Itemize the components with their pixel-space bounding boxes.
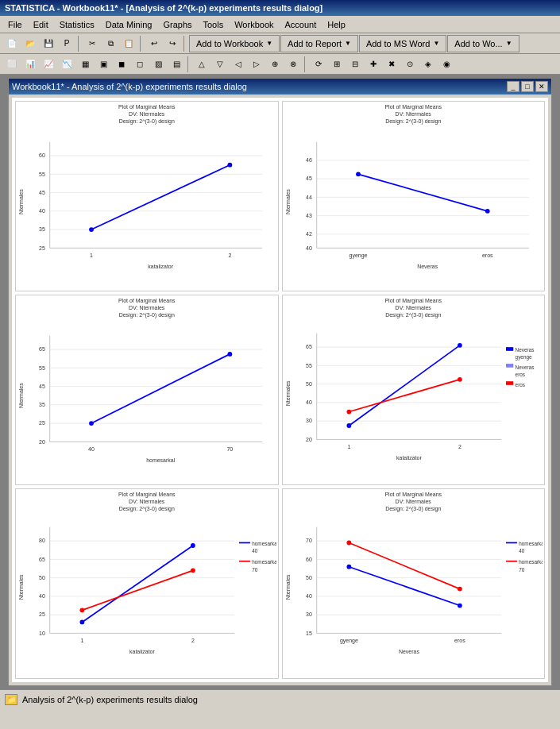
svg-text:50: 50	[306, 381, 312, 387]
add-to-report-button[interactable]: Add to Report	[280, 35, 358, 52]
svg-rect-84	[506, 381, 513, 385]
app-title: STATISTICA - Workbook11* - [Analysis of …	[5, 3, 322, 13]
svg-point-45	[89, 421, 94, 426]
menu-tools[interactable]: Tools	[199, 18, 229, 31]
add-to-wo-button[interactable]: Add to Wo...	[447, 35, 519, 52]
status-icon: 📁	[5, 694, 17, 705]
tb-icon-1[interactable]: ⬜	[3, 56, 21, 73]
svg-point-121	[457, 604, 462, 608]
menu-account[interactable]: Account	[280, 18, 322, 31]
svg-text:35: 35	[39, 227, 45, 233]
copy-button[interactable]: ⧉	[102, 35, 119, 52]
tb-icon-17[interactable]: ⟳	[310, 56, 327, 73]
tb-icon-7[interactable]: ◼	[113, 56, 130, 73]
tb-icon-18[interactable]: ⊞	[328, 56, 346, 73]
redo-button[interactable]: ↪	[164, 35, 181, 52]
cut-button[interactable]: ✂	[83, 35, 101, 52]
paste-button[interactable]: 📋	[120, 35, 137, 52]
tb-icon-16[interactable]: ⊗	[284, 56, 302, 73]
tb-icon-10[interactable]: ▤	[168, 56, 185, 73]
undo-button[interactable]: ↩	[145, 35, 163, 52]
svg-text:gyenge: gyenge	[339, 638, 357, 644]
tb-icon-6[interactable]: ▣	[95, 56, 112, 73]
svg-text:1: 1	[80, 638, 83, 643]
open-button[interactable]: 📂	[21, 35, 39, 52]
tb-icon-15[interactable]: ⊕	[266, 56, 284, 73]
chart-title-5: Plot of Marginal Means DV: Ntermales Des…	[17, 491, 276, 512]
add-to-ms-word-button[interactable]: Add to MS Word	[359, 35, 446, 52]
tb-icon-14[interactable]: ▷	[248, 56, 265, 73]
tb-icon-5[interactable]: ▦	[76, 56, 94, 73]
svg-text:eros: eros	[481, 253, 492, 258]
tb-icon-11[interactable]: △	[193, 56, 210, 73]
svg-text:70: 70	[306, 538, 312, 544]
svg-text:30: 30	[306, 612, 312, 618]
svg-text:70: 70	[252, 567, 258, 573]
menu-datamining[interactable]: Data Mining	[101, 18, 157, 31]
svg-text:46: 46	[306, 157, 312, 163]
tb-icon-2[interactable]: 📊	[21, 56, 39, 73]
svg-text:gyenge: gyenge	[515, 355, 531, 361]
menu-graphs[interactable]: Graphs	[158, 18, 196, 31]
svg-text:43: 43	[306, 213, 312, 218]
tb-icon-13[interactable]: ◁	[230, 56, 247, 73]
svg-text:70: 70	[226, 446, 233, 452]
svg-text:2: 2	[191, 638, 195, 643]
svg-text:40: 40	[39, 208, 45, 214]
tb-icon-20[interactable]: ✚	[365, 56, 382, 73]
tb-icon-9[interactable]: ▨	[149, 56, 167, 73]
menu-workbook[interactable]: Workbook	[230, 18, 278, 31]
svg-rect-78	[506, 347, 513, 351]
svg-text:40: 40	[306, 594, 312, 600]
menu-file[interactable]: File	[3, 18, 27, 31]
svg-point-65	[457, 343, 462, 348]
svg-text:katalizator: katalizator	[148, 264, 173, 269]
svg-text:homesarkal: homesarkal	[252, 560, 276, 565]
menu-help[interactable]: Help	[322, 18, 350, 31]
pdf-button[interactable]: P	[58, 35, 75, 52]
menu-statistics[interactable]: Statistics	[55, 18, 99, 31]
add-to-workbook-button[interactable]: Add to Workbook	[189, 35, 280, 52]
svg-point-93	[79, 620, 84, 625]
maximize-button[interactable]: □	[521, 81, 534, 92]
tb-icon-19[interactable]: ⊟	[346, 56, 364, 73]
svg-point-123	[457, 587, 462, 592]
svg-text:homesarkal: homesarkal	[519, 541, 543, 546]
svg-text:15: 15	[306, 631, 312, 636]
chart-svg-1: 60 55 45 40 35 25 1 2 katalizator Nterma…	[17, 126, 276, 287]
sep2	[140, 36, 143, 52]
chart-svg-2: 46 45 44 43 42 40 gyenge eros Neveras Nt…	[284, 126, 543, 287]
svg-text:eros: eros	[515, 382, 524, 388]
tb-icon-4[interactable]: 📉	[58, 56, 75, 73]
title-bar: STATISTICA - Workbook11* - [Analysis of …	[0, 0, 560, 16]
svg-text:Ntermales: Ntermales	[284, 189, 290, 214]
svg-text:homesarkal: homesarkal	[519, 560, 543, 565]
sep4	[187, 56, 191, 72]
mdi-title-bar: Workbook11* - Analysis of 2^(k-p) experi…	[9, 79, 551, 94]
chart-title-2: Plot of Marginal Means DV: Ntermales Des…	[284, 103, 543, 125]
main-area: Workbook11* - Analysis of 2^(k-p) experi…	[0, 75, 560, 689]
new-button[interactable]: 📄	[3, 35, 21, 52]
tb-icon-22[interactable]: ⊙	[401, 56, 419, 73]
svg-text:40: 40	[252, 549, 258, 554]
tb-icon-3[interactable]: 📈	[40, 56, 57, 73]
minimize-button[interactable]: _	[507, 81, 519, 92]
save-button[interactable]: 💾	[40, 35, 57, 52]
svg-text:gyenge: gyenge	[349, 253, 367, 259]
chart-title-4: Plot of Marginal Means DV: Ntermales Des…	[284, 297, 543, 318]
sep5	[304, 56, 307, 72]
svg-text:50: 50	[39, 575, 45, 580]
tb-icon-24[interactable]: ◉	[438, 56, 455, 73]
svg-point-26	[356, 172, 361, 177]
svg-text:65: 65	[306, 345, 312, 350]
svg-text:35: 35	[39, 402, 45, 407]
svg-text:44: 44	[306, 195, 312, 200]
svg-point-46	[227, 352, 232, 357]
tb-icon-23[interactable]: ◈	[419, 56, 437, 73]
svg-text:Ntermales: Ntermales	[18, 574, 24, 600]
tb-icon-8[interactable]: ◻	[131, 56, 149, 73]
tb-icon-21[interactable]: ✖	[383, 56, 400, 73]
tb-icon-12[interactable]: ▽	[211, 56, 229, 73]
menu-edit[interactable]: Edit	[29, 18, 53, 31]
close-button[interactable]: ✕	[535, 81, 548, 92]
